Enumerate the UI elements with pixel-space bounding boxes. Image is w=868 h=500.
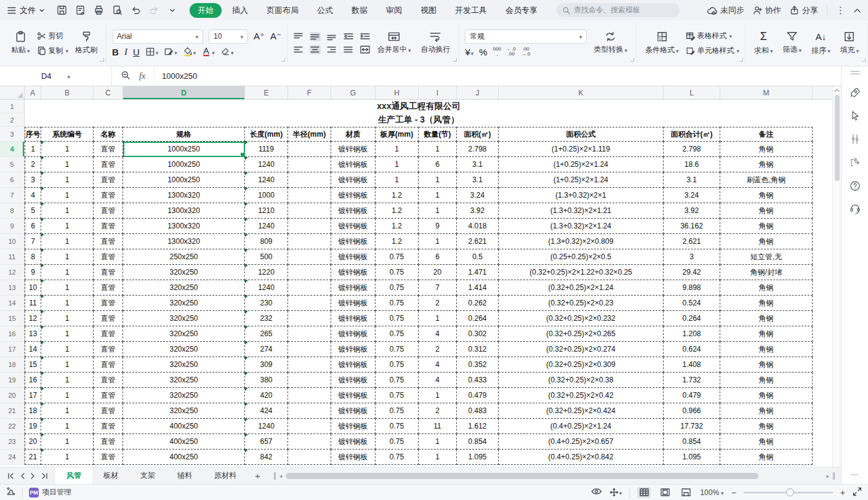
fullscreen-icon[interactable] — [853, 487, 862, 498]
zoom-level-select[interactable]: 100% — [700, 488, 723, 497]
cell-D7[interactable]: 1300x320 — [123, 188, 245, 203]
cell-C5[interactable]: 直管 — [94, 157, 123, 172]
cell-B22[interactable]: 1 — [41, 419, 94, 434]
cell-M16[interactable]: 角钢 — [720, 326, 813, 342]
cell-D4[interactable]: 1000x250 — [123, 142, 245, 157]
cell-L13[interactable]: 9.898 — [664, 280, 720, 296]
customer-service-icon[interactable] — [849, 203, 861, 216]
cell-A14[interactable]: 11 — [25, 296, 41, 311]
cell-A13[interactable]: 10 — [25, 280, 41, 296]
align-middle-button[interactable] — [310, 32, 321, 41]
header-cell-A3[interactable]: 序号 — [25, 127, 41, 142]
cell-E6[interactable]: 1240 — [245, 172, 288, 188]
cell-I23[interactable]: 1 — [419, 434, 457, 450]
fx-icon[interactable]: fx — [139, 71, 145, 81]
cell-H24[interactable]: 0.75 — [376, 450, 419, 465]
justify-button[interactable] — [343, 45, 354, 54]
print-preview-button[interactable] — [111, 4, 123, 17]
cell-D10[interactable]: 1300x320 — [123, 234, 245, 249]
cell-F15[interactable] — [288, 311, 331, 326]
cell-C11[interactable]: 直管 — [94, 249, 123, 265]
split-handle-icon[interactable] — [833, 472, 835, 480]
cell-H4[interactable]: 1 — [376, 142, 419, 157]
cell-F8[interactable] — [288, 203, 331, 219]
paste-button[interactable]: 粘贴 — [8, 30, 33, 57]
cell-E19[interactable]: 380 — [245, 373, 288, 388]
table-style-button[interactable]: 表格样式 — [686, 31, 740, 41]
cell-B21[interactable]: 1 — [41, 403, 94, 419]
bold-button[interactable]: B — [112, 47, 119, 57]
cell-C24[interactable]: 直管 — [94, 450, 123, 465]
header-cell-F3[interactable]: 半径(mm) — [288, 127, 331, 142]
row-header-7[interactable]: 7 — [0, 188, 25, 203]
cell-B4[interactable]: 1 — [41, 142, 94, 157]
cell-F13[interactable] — [288, 280, 331, 296]
row-header-20[interactable]: 20 — [0, 388, 25, 403]
cell-I21[interactable]: 2 — [419, 403, 457, 419]
ribbon-tab-会员专享[interactable]: 会员专享 — [497, 3, 545, 18]
cell-G23[interactable]: 镀锌钢板 — [331, 434, 376, 450]
cell-L23[interactable]: 0.854 — [664, 434, 720, 450]
cell-K16[interactable]: (0.32+0.25)×2×0.265 — [499, 326, 664, 342]
cell-G9[interactable]: 镀锌钢板 — [331, 219, 376, 234]
cell-M9[interactable]: 角钢 — [720, 219, 813, 234]
cell-A20[interactable]: 17 — [25, 388, 41, 403]
cell-B5[interactable]: 1 — [41, 157, 94, 172]
cell-C23[interactable]: 直管 — [94, 434, 123, 450]
cell-C21[interactable]: 直管 — [94, 403, 123, 419]
cell-K9[interactable]: (1.3+0.32)×2×1.24 — [499, 219, 664, 234]
row-header-3[interactable]: 3 — [0, 127, 25, 142]
cell-K5[interactable]: (1+0.25)×2×1.24 — [499, 157, 664, 172]
cell-K14[interactable]: (0.32+0.25)×2×0.23 — [499, 296, 664, 311]
cell-J17[interactable]: 0.312 — [457, 342, 499, 357]
cell-F24[interactable] — [288, 450, 331, 465]
cell-L15[interactable]: 0.264 — [664, 311, 720, 326]
cell-M5[interactable]: 角钢 — [720, 157, 813, 172]
font-size-select[interactable]: 10 — [209, 30, 248, 44]
cell-L18[interactable]: 1.408 — [664, 357, 720, 373]
cell-E15[interactable]: 232 — [245, 311, 288, 326]
sum-button[interactable]: Σ 求和 — [751, 30, 776, 57]
cell-F17[interactable] — [288, 342, 331, 357]
sidebar-more-icon[interactable]: ⋯ — [851, 470, 859, 479]
cell-M11[interactable]: 短立管,无 — [720, 249, 813, 265]
ribbon-tab-页面布局[interactable]: 页面布局 — [259, 3, 307, 18]
cell-E23[interactable]: 657 — [245, 434, 288, 450]
decrease-decimal-button[interactable]: .00→.0 — [521, 47, 531, 57]
cell-K15[interactable]: (0.32+0.25)×2×0.232 — [499, 311, 664, 326]
sheet-tab-辅料[interactable]: 辅料 — [166, 467, 203, 484]
cell-H22[interactable]: 0.75 — [376, 419, 419, 434]
cell-B11[interactable]: 1 — [41, 249, 94, 265]
cell-D6[interactable]: 1000x250 — [123, 172, 245, 188]
cell-D16[interactable]: 320x250 — [123, 326, 245, 342]
row-header-10[interactable]: 10 — [0, 234, 25, 249]
horizontal-scroll-thumb[interactable] — [286, 473, 758, 479]
cell-B9[interactable]: 1 — [41, 219, 94, 234]
row-header-9[interactable]: 9 — [0, 219, 25, 234]
cell-F20[interactable] — [288, 388, 331, 403]
cell-K6[interactable]: (1+0.25)×2×1.24 — [499, 172, 664, 188]
cell-G17[interactable]: 镀锌钢板 — [331, 342, 376, 357]
cell-E17[interactable]: 274 — [245, 342, 288, 357]
project-management-button[interactable]: PM 项目管理 — [29, 487, 71, 498]
cell-C20[interactable]: 直管 — [94, 388, 123, 403]
thousands-format-button[interactable]: 000, — [493, 47, 501, 57]
align-top-button[interactable] — [293, 32, 304, 41]
cell-A21[interactable]: 18 — [25, 403, 41, 419]
add-sheet-button[interactable]: + — [247, 467, 268, 484]
cell-M18[interactable]: 角钢 — [720, 357, 813, 373]
more-options-kebab-icon[interactable]: ⋮ — [836, 5, 845, 16]
cell-L5[interactable]: 18.6 — [664, 157, 720, 172]
cell-J8[interactable]: 3.92 — [457, 203, 499, 219]
row-header-23[interactable]: 23 — [0, 434, 25, 450]
cell-D18[interactable]: 320x250 — [123, 357, 245, 373]
increase-indent-button[interactable] — [360, 32, 371, 41]
conditional-format-button[interactable]: 条件格式 — [642, 30, 682, 57]
cell-K23[interactable]: (0.4+0.25)×2×0.657 — [499, 434, 664, 450]
cell-G7[interactable]: 镀锌钢板 — [331, 188, 376, 203]
cell-E11[interactable]: 500 — [245, 249, 288, 265]
cell-B10[interactable]: 1 — [41, 234, 94, 249]
cell-D23[interactable]: 400x250 — [123, 434, 245, 450]
cell-B8[interactable]: 1 — [41, 203, 94, 219]
cell-F16[interactable] — [288, 326, 331, 342]
